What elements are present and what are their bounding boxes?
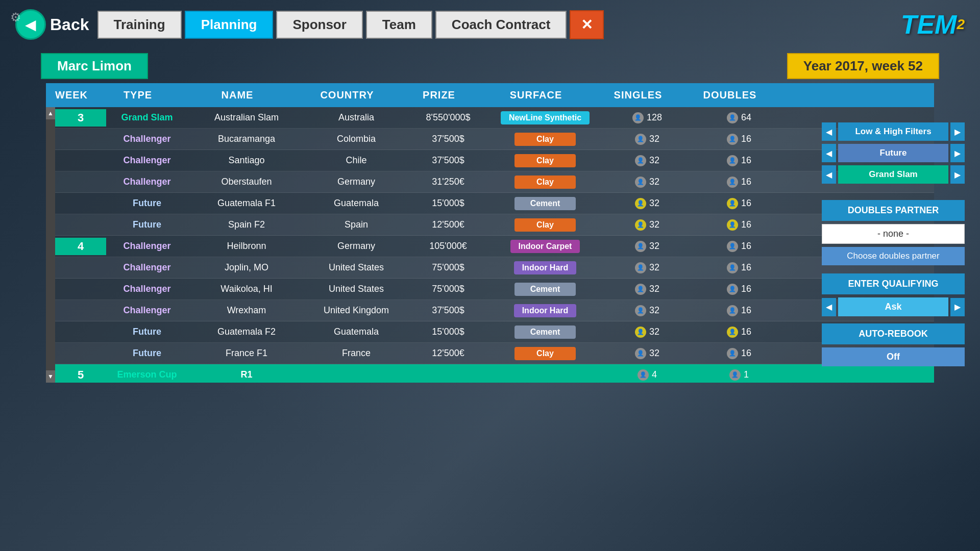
- nav-team[interactable]: Team: [366, 11, 432, 39]
- tournament-country: United States: [305, 282, 407, 296]
- tournament-singles: 👤 32: [601, 174, 693, 190]
- tournament-doubles: 👤 16: [693, 174, 785, 190]
- table-row[interactable]: 5 Emerson Cup R1 👤 4 👤 1: [46, 364, 934, 383]
- tournament-country: United States: [305, 260, 407, 275]
- table-body: ▲ ▼ 3 Grand Slam Australian Slam Austral…: [46, 107, 934, 383]
- tournament-singles: 👤 32: [601, 324, 693, 340]
- tournament-country: Australia: [305, 110, 407, 125]
- filter-row-grandslam: ◀ Grand Slam ▶: [822, 165, 965, 184]
- table-row[interactable]: Future France F1 France 12'500€ Clay 👤 3…: [46, 343, 934, 364]
- tournament-country: Germany: [305, 239, 407, 254]
- grandslam-filter-label: Grand Slam: [838, 165, 948, 184]
- table-row[interactable]: Challenger Bucaramanga Colombia 37'500$ …: [46, 129, 934, 150]
- grandslam-right-arrow[interactable]: ▶: [950, 165, 965, 184]
- doubles-partner-value: - none -: [822, 224, 965, 244]
- tournament-doubles: 👤 16: [693, 260, 785, 276]
- auto-rebook-value[interactable]: Off: [822, 347, 965, 366]
- tournament-singles: 👤 32: [601, 346, 693, 361]
- player-name: Marc Limon: [41, 53, 148, 79]
- tournament-type: Emerson Cup: [106, 367, 188, 382]
- tournament-prize: 31'250€: [407, 174, 489, 189]
- filter-left-arrow[interactable]: ◀: [822, 122, 836, 141]
- tournament-prize: 15'000$: [407, 324, 489, 339]
- tournament-doubles: 👤 16: [693, 217, 785, 233]
- tournament-surface: Clay: [489, 345, 601, 362]
- week-number: [55, 309, 106, 313]
- tournament-surface: Cement: [489, 281, 601, 298]
- tournament-country: France: [305, 346, 407, 361]
- tournament-surface: Clay: [489, 131, 601, 148]
- tournament-singles: 👤 32: [601, 239, 693, 254]
- year-week-badge: Year 2017, week 52: [787, 53, 939, 79]
- nav-planning[interactable]: Planning: [185, 11, 274, 39]
- table-row[interactable]: Challenger Oberstaufen Germany 31'250€ C…: [46, 171, 934, 193]
- table-header: WEEK TYPE NAME COUNTRY PRIZE SURFACE SIN…: [46, 83, 934, 107]
- grandslam-left-arrow[interactable]: ◀: [822, 165, 836, 184]
- tournament-doubles: 👤 64: [693, 110, 785, 126]
- tournament-doubles: 👤 16: [693, 132, 785, 147]
- nav-training[interactable]: Training: [97, 11, 182, 39]
- ask-right-arrow[interactable]: ▶: [950, 298, 965, 316]
- nav-sponsor[interactable]: Sponsor: [276, 11, 362, 39]
- tournament-doubles: 👤 16: [693, 239, 785, 254]
- tournament-country: Colombia: [305, 132, 407, 146]
- enter-qualifying-label[interactable]: ENTER QUALIFYING: [822, 273, 965, 294]
- table-row[interactable]: Challenger Waikoloa, HI United States 75…: [46, 279, 934, 300]
- tournament-singles: 👤 32: [601, 153, 693, 168]
- table-row[interactable]: Future Spain F2 Spain 12'500€ Clay 👤 32 …: [46, 214, 934, 236]
- close-button[interactable]: ✕: [570, 10, 604, 39]
- tournament-prize: [407, 373, 489, 377]
- ask-label: Ask: [838, 297, 948, 316]
- table-row[interactable]: Challenger Santiago Chile 37'500$ Clay 👤…: [46, 150, 934, 171]
- tournament-name: Waikoloa, HI: [188, 282, 305, 296]
- filter-main-label: Low & High Filters: [838, 122, 948, 141]
- tournament-country: Spain: [305, 217, 407, 232]
- nav-coach-contract[interactable]: Coach Contract: [435, 11, 567, 39]
- tournament-type: Challenger: [106, 174, 188, 189]
- future-right-arrow[interactable]: ▶: [950, 144, 965, 162]
- back-label: Back: [50, 15, 89, 34]
- tournament-type: Future: [106, 217, 188, 232]
- back-button[interactable]: ◀ Back: [15, 9, 94, 40]
- future-left-arrow[interactable]: ◀: [822, 144, 836, 162]
- table-row[interactable]: Future Guatemala F1 Guatemala 15'000$ Ce…: [46, 193, 934, 214]
- tournament-prize: 8'550'000$: [407, 110, 489, 125]
- tournament-type: Challenger: [106, 303, 188, 318]
- scroll-track: [46, 119, 55, 370]
- tournament-country: [305, 373, 407, 377]
- auto-rebook-label: AUTO-REBOOK: [822, 323, 965, 344]
- filter-right-arrow[interactable]: ▶: [950, 122, 965, 141]
- tournament-doubles: 👤 16: [693, 282, 785, 297]
- right-panel: ◀ Low & High Filters ▶ ◀ Future ▶ ◀ Gran…: [822, 122, 965, 366]
- tournament-name: Oberstaufen: [188, 174, 305, 189]
- table-row[interactable]: 4 Challenger Heilbronn Germany 105'000€ …: [46, 236, 934, 257]
- table-row[interactable]: Challenger Joplin, MO United States 75'0…: [46, 257, 934, 279]
- tournament-name: France F1: [188, 346, 305, 361]
- tournament-doubles: 👤 16: [693, 303, 785, 318]
- scroll-up[interactable]: ▲: [46, 107, 55, 119]
- tournament-name: Australian Slam: [188, 110, 305, 125]
- tournament-doubles: 👤 16: [693, 196, 785, 211]
- tournament-type: Challenger: [106, 153, 188, 168]
- table-row[interactable]: 3 Grand Slam Australian Slam Australia 8…: [46, 107, 934, 129]
- ask-left-arrow[interactable]: ◀: [822, 298, 836, 316]
- col-week: WEEK: [46, 89, 97, 101]
- col-type: TYPE: [97, 89, 179, 101]
- ask-row: ◀ Ask ▶: [822, 297, 965, 316]
- tournament-type: Future: [106, 324, 188, 339]
- week-number: 3: [55, 109, 106, 127]
- week-number: 4: [55, 238, 106, 255]
- table-row[interactable]: Future Guatemala F2 Guatemala 15'000$ Ce…: [46, 321, 934, 343]
- choose-doubles-button[interactable]: Choose doubles partner: [822, 247, 965, 265]
- scrollbar[interactable]: ▲ ▼: [46, 107, 55, 383]
- tournament-surface: Cement: [489, 323, 601, 341]
- tournament-surface: Cement: [489, 195, 601, 212]
- settings-icon[interactable]: ⚙: [10, 10, 21, 24]
- table-row[interactable]: Challenger Wrexham United Kingdom 37'500…: [46, 300, 934, 321]
- tournament-prize: 105'000€: [407, 239, 489, 254]
- tournament-singles: 👤 32: [601, 282, 693, 297]
- tournament-country: Germany: [305, 174, 407, 189]
- tournament-type: Challenger: [106, 260, 188, 275]
- scroll-down[interactable]: ▼: [46, 370, 55, 383]
- col-prize: PRIZE: [398, 89, 480, 101]
